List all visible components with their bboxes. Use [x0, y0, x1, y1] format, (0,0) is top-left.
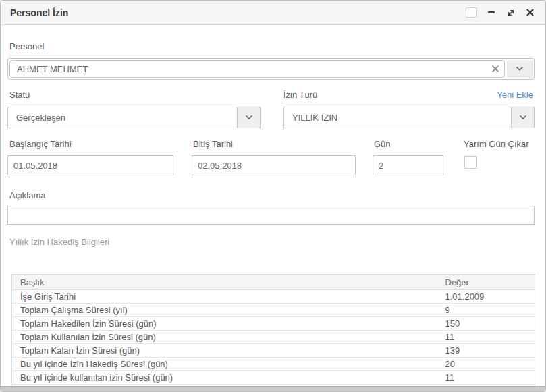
izin-turu-label: İzin Türü — [283, 90, 317, 100]
window-controls — [462, 1, 540, 24]
dialog-content: Personel Statü Gerçekleşen — [1, 25, 545, 391]
yeni-ekle-link[interactable]: Yeni Ekle — [497, 90, 533, 100]
row-baslik: Toplam Kalan İzin Süresi (gün) — [12, 344, 437, 358]
bitis-tarihi-input[interactable] — [192, 155, 356, 175]
personel-input[interactable] — [9, 60, 505, 78]
row-baslik: Toplam Kullanılan İzin Süresi (gün) — [12, 331, 437, 344]
hakedis-table: Başlık Değer İşe Giriş Tarihi 1.01.2009 … — [11, 274, 535, 392]
column-header-deger: Değer — [437, 275, 535, 290]
maximize-button[interactable] — [501, 1, 520, 24]
restore-box-icon — [466, 7, 477, 18]
table-row: Toplam Hakedilen İzin Süresi (gün) 150 — [12, 317, 535, 331]
column-header-baslik: Başlık — [12, 275, 437, 290]
yarim-gun-cikar-checkbox[interactable] — [464, 156, 477, 169]
dialog-titlebar[interactable]: Personel İzin — [1, 1, 545, 25]
statu-label: Statü — [9, 90, 30, 100]
hakedis-table-body: İşe Giriş Tarihi 1.01.2009 Toplam Çalışm… — [12, 290, 535, 392]
baslangic-tarihi-input[interactable] — [7, 155, 173, 175]
aciklama-input[interactable] — [7, 206, 535, 225]
table-row: Bu yıl içinde kullanılan izin Süresi (gü… — [12, 371, 535, 385]
chevron-down-icon — [516, 66, 524, 72]
row-baslik: İşe Giriş Tarihi — [12, 290, 437, 304]
row-deger: 139 — [437, 344, 535, 358]
table-header-row: Başlık Değer — [12, 275, 535, 290]
personel-dropdown-button[interactable] — [507, 60, 533, 78]
table-row: İşe Giriş Tarihi 1.01.2009 — [12, 290, 535, 304]
chevron-down-icon — [519, 115, 527, 120]
izin-turu-dropdown[interactable]: YILLIK IZIN — [283, 107, 535, 128]
gun-label: Gün — [374, 139, 391, 149]
table-row: Bu yıl içinde İzin Hakediş Süresi (gün) … — [12, 358, 535, 371]
yarim-gun-cikar-label: Yarım Gün Çıkar — [464, 139, 529, 149]
statu-dropdown[interactable]: Gerçekleşen — [7, 107, 261, 128]
minimize-icon — [488, 11, 495, 13]
chevron-down-icon — [245, 115, 253, 120]
dialog-title: Personel İzin — [10, 7, 68, 18]
row-baslik: Bu yıl içinde kullanılan izin Süresi (gü… — [12, 371, 437, 385]
maximize-icon — [506, 8, 516, 18]
row-deger: 20 — [437, 358, 535, 371]
baslangic-tarihi-label: Başlangıç Tarihi — [9, 139, 72, 149]
statu-value: Gerçekleşen — [16, 107, 233, 128]
izin-turu-dropdown-button[interactable] — [511, 107, 534, 128]
row-baslik: Bu yıl içinde İzin Hakediş Süresi (gün) — [12, 358, 437, 371]
close-icon — [526, 9, 534, 16]
minimize-button[interactable] — [481, 1, 501, 24]
aciklama-label: Açıklama — [9, 190, 45, 200]
gun-input[interactable] — [373, 155, 443, 175]
close-button[interactable] — [520, 1, 540, 24]
row-deger: 1.01.2009 — [437, 290, 535, 304]
personel-label: Personel — [9, 41, 44, 51]
table-row: Toplam Kullanılan İzin Süresi (gün) 11 — [12, 331, 535, 344]
window-bottom-edge — [1, 386, 545, 391]
row-deger: 150 — [437, 317, 535, 331]
personel-combobox — [7, 58, 535, 80]
table-row: Toplam Kalan İzin Süresi (gün) 139 — [12, 344, 535, 358]
izin-turu-value: YILLIK IZIN — [292, 107, 507, 128]
restore-box-button[interactable] — [462, 1, 481, 24]
row-baslik: Toplam Çalışma Süresi (yıl) — [12, 304, 437, 317]
row-baslik: Toplam Hakedilen İzin Süresi (gün) — [12, 317, 437, 331]
hakedis-section-title: Yıllık İzin Hakediş Bilgileri — [9, 237, 109, 247]
statu-dropdown-button[interactable] — [237, 107, 260, 128]
clear-icon[interactable] — [492, 59, 499, 79]
row-deger: 9 — [437, 304, 535, 317]
personel-izin-dialog: Personel İzin — [0, 0, 546, 392]
row-deger: 11 — [437, 331, 535, 344]
row-deger: 11 — [437, 371, 535, 385]
bitis-tarihi-label: Bitiş Tarihi — [193, 139, 233, 149]
table-row: Toplam Çalışma Süresi (yıl) 9 — [12, 304, 535, 317]
